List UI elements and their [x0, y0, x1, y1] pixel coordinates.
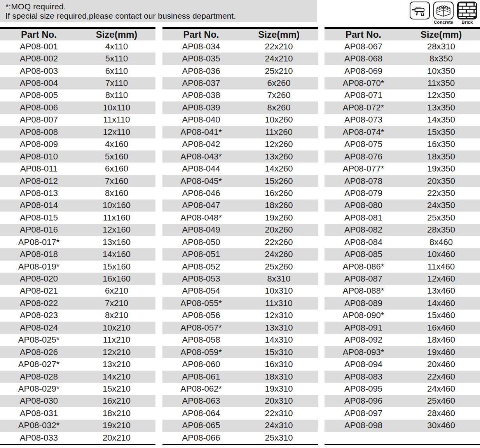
size-cell: 16x310: [240, 359, 318, 369]
part-no-cell: AP08-026: [0, 347, 78, 357]
table-row: AP08-05124x260: [162, 248, 318, 260]
size-cell: 11x460: [402, 262, 480, 272]
part-no-cell: AP08-042: [162, 139, 240, 149]
table-row: AP08-07516x350: [325, 138, 480, 150]
size-cell: 7x260: [240, 90, 318, 100]
part-no-cell: AP08-090*: [325, 310, 402, 320]
part-no-cell: AP08-010: [0, 152, 78, 162]
size-cell: 18x260: [240, 200, 318, 210]
table-row: AP08-04718x260: [162, 200, 318, 212]
table-row: AP08-03422x210: [162, 40, 318, 52]
table-row: AP08-08125x350: [325, 212, 480, 224]
part-no-cell: AP08-052: [162, 262, 240, 272]
size-cell: 14x260: [240, 164, 318, 174]
table-header: Part No.Size(mm): [0, 29, 155, 40]
size-cell: 19x260: [240, 213, 318, 223]
part-no-cell: AP08-067: [325, 42, 402, 52]
concrete-label: Concrete: [434, 20, 453, 24]
table-row: AP08-0216x210: [0, 285, 155, 297]
moq-note-line2: If special size required,please contact …: [5, 11, 317, 21]
size-cell: 13x160: [78, 237, 155, 247]
size-cell: 18x350: [402, 152, 480, 162]
part-no-cell: AP08-082: [325, 225, 402, 235]
part-no-cell: AP08-073: [325, 115, 402, 125]
size-cell: 19x310: [240, 384, 318, 394]
table-row: AP08-06016x310: [162, 358, 318, 370]
table-row: AP08-01410x160: [0, 200, 155, 212]
table-row: AP08-06910x350: [325, 65, 480, 77]
table-row: AP08-02410x210: [0, 322, 155, 334]
table-row: AP08-05612x310: [162, 310, 318, 322]
size-cell: 18x310: [240, 372, 318, 382]
part-no-cell: AP08-081: [325, 213, 402, 223]
part-no-cell: AP08-022: [0, 298, 78, 308]
table-row: AP08-090*15x460: [325, 310, 480, 322]
part-no-cell: AP08-036: [162, 66, 240, 76]
size-cell: 16x260: [240, 188, 318, 198]
parts-table: Part No.Size(mm)AP08-03422x210AP08-03524…: [162, 27, 318, 445]
part-no-cell: AP08-072*: [325, 103, 402, 113]
size-header: Size(mm): [402, 29, 480, 40]
size-cell: 6x210: [78, 286, 155, 296]
part-no-cell: AP08-033: [0, 433, 78, 443]
size-cell: 22x460: [402, 372, 480, 382]
size-cell: 24x210: [240, 54, 318, 64]
table-row: AP08-06524x310: [162, 420, 318, 432]
moq-note-line1: *:MOQ required.: [5, 2, 317, 11]
part-no-cell: AP08-039: [162, 103, 240, 113]
part-no-cell: AP08-079: [325, 188, 402, 198]
part-no-cell: AP08-091: [325, 323, 402, 333]
part-no-cell: AP08-030: [0, 396, 78, 406]
part-no-cell: AP08-093*: [325, 347, 402, 357]
table-row: AP08-048*19x260: [162, 212, 318, 224]
application-legend: Concrete Brick: [410, 2, 477, 24]
table-row: AP08-05814x310: [162, 334, 318, 346]
part-no-cell: AP08-098: [325, 420, 402, 430]
table-row: AP08-07314x350: [325, 114, 480, 126]
size-cell: 12x160: [78, 225, 155, 235]
size-cell: 10x310: [240, 286, 318, 296]
size-cell: 25x460: [402, 396, 480, 406]
size-cell: 10x210: [78, 323, 155, 333]
table-row: AP08-01612x160: [0, 224, 155, 236]
table-row: AP08-032*19x210: [0, 420, 155, 432]
size-cell: 22x210: [240, 42, 318, 52]
table-row: AP08-09830x460: [325, 420, 480, 432]
size-cell: 24x460: [402, 384, 480, 394]
size-cell: 25x260: [240, 262, 318, 272]
table-row: AP08-0036x110: [0, 65, 155, 77]
size-cell: 8x210: [78, 310, 155, 320]
table-row: AP08-09116x460: [325, 322, 480, 334]
table-row: AP08-09218x460: [325, 334, 480, 346]
part-no-cell: AP08-049: [162, 225, 240, 235]
size-cell: 10x110: [78, 103, 155, 113]
part-no-header: Part No.: [162, 29, 240, 40]
hammer-drill-icon: [412, 4, 428, 18]
part-no-cell: AP08-020: [0, 274, 78, 284]
size-cell: 4x160: [78, 139, 155, 149]
table-row: AP08-06625x310: [162, 432, 318, 444]
part-no-cell: AP08-018: [0, 249, 78, 259]
size-cell: 4x110: [78, 42, 155, 52]
table-row: AP08-07922x350: [325, 187, 480, 199]
table-row: AP08-0127x160: [0, 175, 155, 187]
table-row: AP08-029*15x210: [0, 383, 155, 395]
part-no-cell: AP08-012: [0, 176, 78, 186]
part-no-cell: AP08-089: [325, 298, 402, 308]
hammer-drill-icon-box: [410, 2, 430, 19]
brick-icon-box: [457, 2, 477, 19]
size-cell: 14x210: [78, 372, 155, 382]
size-cell: 28x350: [402, 225, 480, 235]
table-row: AP08-08712x460: [325, 273, 480, 285]
table-row: AP08-077*19x350: [325, 163, 480, 175]
part-no-cell: AP08-056: [162, 310, 240, 320]
brick-label: Brick: [462, 20, 473, 24]
part-no-cell: AP08-088*: [325, 286, 402, 296]
part-no-cell: AP08-063: [162, 396, 240, 406]
table-row: AP08-06422x310: [162, 407, 318, 419]
size-cell: 13x350: [402, 103, 480, 113]
part-no-cell: AP08-068: [325, 54, 402, 64]
part-no-cell: AP08-075: [325, 139, 402, 149]
size-cell: 12x260: [240, 139, 318, 149]
size-cell: 13x210: [78, 359, 155, 369]
